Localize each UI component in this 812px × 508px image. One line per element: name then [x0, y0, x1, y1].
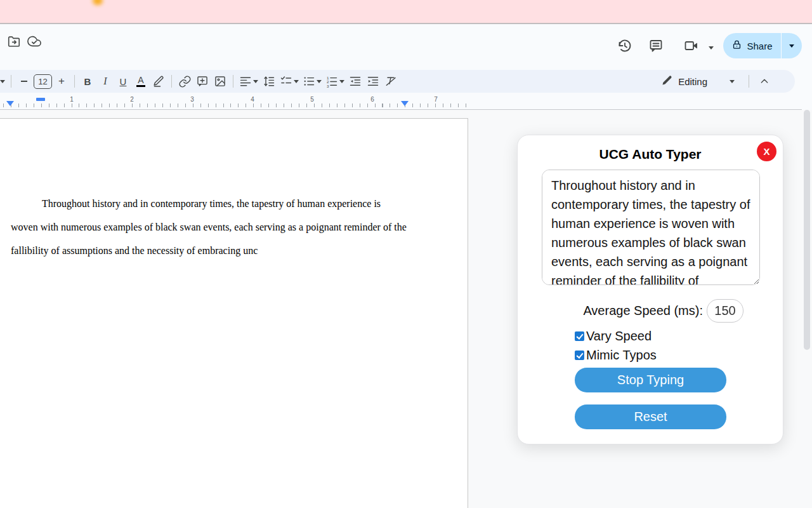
lock-icon: [731, 39, 742, 53]
bulleted-list-button[interactable]: [301, 73, 323, 90]
increase-indent-icon[interactable]: [365, 73, 381, 90]
checklist-button[interactable]: [278, 73, 300, 90]
highlight-color-icon[interactable]: [150, 73, 167, 90]
meet-dropdown-caret[interactable]: [703, 39, 719, 56]
clear-formatting-icon[interactable]: [383, 73, 399, 90]
vary-speed-row: Vary Speed: [575, 329, 652, 344]
pencil-icon: [662, 75, 672, 88]
document-scrollbar-thumb[interactable]: [804, 110, 810, 350]
insert-link-icon[interactable]: [176, 73, 193, 90]
move-folder-icon[interactable]: [6, 33, 22, 50]
toolbar-divider: [749, 75, 749, 88]
ruler-ticks: [3, 104, 468, 107]
toolbar-divider: [11, 75, 11, 88]
font-dropdown-caret[interactable]: [0, 73, 6, 90]
bold-button[interactable]: B: [79, 73, 96, 90]
share-button-group: Share: [723, 33, 802, 58]
first-line-indent-marker[interactable]: [36, 98, 45, 101]
comments-icon[interactable]: [648, 37, 664, 54]
vary-speed-checkbox[interactable]: [575, 331, 584, 341]
ruler-number: 1: [70, 96, 74, 103]
italic-button[interactable]: I: [97, 73, 114, 90]
speed-label: Average Speed (ms):: [583, 304, 703, 318]
close-button[interactable]: X: [757, 142, 776, 161]
ruler-number: 7: [434, 96, 438, 103]
toolbar-divider: [233, 75, 233, 88]
numbered-list-button[interactable]: 123: [324, 73, 346, 90]
font-size-input[interactable]: 12: [34, 74, 52, 89]
typing-text-textarea[interactable]: Throughout history and in contemporary t…: [542, 170, 760, 285]
speed-input[interactable]: [707, 299, 743, 323]
document-text-line: fallibility of assumptions and the neces…: [11, 245, 258, 257]
ruler-number: 6: [370, 96, 374, 103]
ruler-number: 3: [190, 96, 194, 103]
panel-title: UCG Auto Typer: [518, 147, 783, 162]
text-color-button[interactable]: A: [133, 73, 149, 90]
browser-top-strip: [0, 0, 812, 24]
mode-label: Editing: [678, 76, 707, 87]
docs-header: Share: [0, 25, 812, 65]
right-indent-marker[interactable]: [401, 101, 409, 106]
toolbar-divider: [74, 75, 75, 88]
document-text-line: woven with numerous examples of black sw…: [11, 222, 407, 233]
version-history-icon[interactable]: [617, 37, 633, 54]
align-button[interactable]: [238, 73, 259, 90]
decrease-font-size-button[interactable]: [16, 73, 32, 90]
share-label: Share: [747, 41, 772, 51]
speed-row: Average Speed (ms):: [518, 299, 743, 323]
ruler-number: 4: [251, 96, 254, 103]
document-page[interactable]: Throughout history and in contemporary t…: [0, 118, 468, 508]
insert-image-icon[interactable]: [212, 73, 228, 90]
mimic-typos-label: Mimic Typos: [586, 348, 657, 363]
mode-selector[interactable]: Editing: [654, 72, 742, 91]
decrease-indent-icon[interactable]: [347, 73, 363, 90]
mimic-typos-row: Mimic Typos: [575, 348, 657, 363]
reset-button[interactable]: Reset: [575, 404, 726, 429]
svg-text:3: 3: [327, 84, 329, 88]
share-dropdown-caret[interactable]: [782, 33, 802, 58]
ruler-number: 5: [310, 96, 314, 103]
document-text-line: Throughout history and in contemporary t…: [42, 198, 381, 210]
toolbar-divider: [171, 75, 172, 88]
mimic-typos-checkbox[interactable]: [575, 351, 584, 360]
add-comment-icon[interactable]: [194, 73, 211, 90]
horizontal-ruler: 1 2 3 4 5 6 7: [0, 95, 802, 109]
left-indent-marker[interactable]: [6, 101, 14, 106]
cloud-saved-icon[interactable]: [26, 33, 43, 50]
auto-typer-panel: UCG Auto Typer X Throughout history and …: [517, 135, 783, 444]
share-button[interactable]: Share: [723, 33, 781, 58]
vary-speed-label: Vary Speed: [586, 329, 652, 344]
meet-video-icon[interactable]: [683, 37, 700, 54]
stop-typing-button[interactable]: Stop Typing: [575, 368, 726, 392]
formatting-toolbar: 12 + B I U A: [0, 70, 795, 93]
increase-font-size-button[interactable]: +: [53, 73, 70, 90]
hide-menus-chevron[interactable]: [756, 72, 773, 90]
underline-button[interactable]: U: [115, 73, 131, 90]
orange-indicator-dot: [93, 0, 103, 5]
line-spacing-icon[interactable]: [261, 73, 277, 90]
ruler-number: 2: [130, 96, 134, 103]
